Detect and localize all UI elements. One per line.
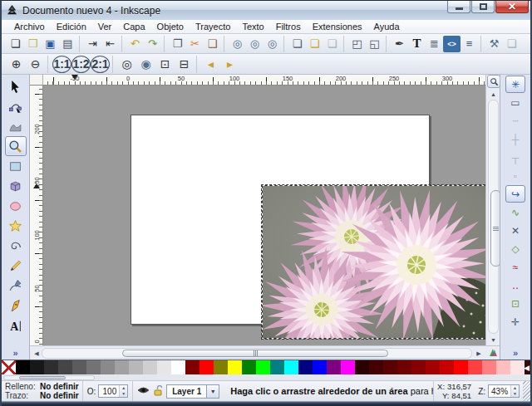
- scroll-down-arrow[interactable]: ▼: [488, 335, 499, 345]
- opacity-up-arrow[interactable]: ▲: [120, 385, 127, 391]
- menu-item[interactable]: Archivo: [8, 21, 51, 32]
- menu-item[interactable]: Ver: [92, 21, 118, 32]
- snap-bbox-centers-button[interactable]: ▫: [505, 167, 525, 184]
- copy-button[interactable]: ❐: [169, 36, 186, 52]
- new-document-button[interactable]: ❏: [7, 36, 24, 52]
- menu-item[interactable]: Trayecto: [190, 21, 236, 32]
- export-button[interactable]: ⇤: [101, 36, 119, 52]
- palette-swatch[interactable]: [397, 360, 411, 374]
- close-button[interactable]: ✕: [495, 1, 529, 13]
- tool-zoom[interactable]: [5, 136, 27, 156]
- cut-button[interactable]: ✂: [186, 36, 204, 52]
- zoom-out-button[interactable]: ⊖: [26, 56, 45, 73]
- scroll-right-arrow[interactable]: ▶: [474, 348, 484, 359]
- zoom-1-1-button[interactable]: 1:1: [52, 56, 71, 73]
- toolbox-overflow-button[interactable]: »: [2, 345, 30, 360]
- paste-button[interactable]: ❑: [204, 36, 221, 52]
- ungroup-button[interactable]: ◱: [366, 36, 383, 52]
- palette-swatch[interactable]: [284, 360, 298, 374]
- layer-dropdown-arrow[interactable]: ▼: [206, 385, 219, 398]
- duplicate-button[interactable]: ❏: [288, 36, 306, 52]
- palette-swatch[interactable]: [44, 360, 58, 374]
- palette-swatch[interactable]: [30, 360, 44, 374]
- print-button[interactable]: ▤: [59, 36, 76, 52]
- snap-midpoints-button[interactable]: ‥: [505, 276, 525, 294]
- palette-no-color[interactable]: [2, 360, 16, 374]
- vertical-ruler[interactable]: 200150100500: [30, 86, 43, 345]
- tool-bezier-pen[interactable]: [5, 276, 27, 296]
- snap-paths-button[interactable]: ∿: [505, 203, 525, 221]
- zoom-value[interactable]: 43%: [489, 387, 510, 396]
- fill-stroke-dialog-button[interactable]: ✒: [391, 36, 408, 52]
- zoom-spinbox[interactable]: 43% ▲▼: [488, 384, 520, 398]
- palette-swatch[interactable]: [454, 360, 468, 374]
- opacity-value[interactable]: 100: [99, 387, 119, 396]
- unlink-clone-button[interactable]: ❏: [323, 36, 341, 52]
- snap-cusp-nodes-button[interactable]: ◇: [505, 240, 525, 257]
- zoom-page-width-button[interactable]: ⊟: [175, 56, 194, 73]
- tool-ellipse[interactable]: [5, 196, 27, 216]
- tool-calligraphy[interactable]: [5, 296, 27, 316]
- menu-item[interactable]: Capa: [117, 21, 150, 32]
- palette-scrollbar[interactable]: [2, 374, 530, 380]
- palette-swatch[interactable]: [171, 360, 185, 374]
- tool-text[interactable]: A: [5, 316, 27, 335]
- group-button[interactable]: ◰: [348, 36, 366, 52]
- tool-star[interactable]: [5, 216, 27, 236]
- menu-item[interactable]: Filtros: [270, 21, 307, 32]
- document-properties-button[interactable]: ❏: [503, 36, 520, 52]
- horizontal-scrollbar[interactable]: ◀ ▶: [30, 345, 485, 360]
- horizontal-ruler[interactable]: -100-50050100150200250300350: [43, 75, 485, 86]
- palette-swatch[interactable]: [157, 360, 171, 374]
- import-button[interactable]: ⇥: [84, 36, 101, 52]
- snap-bbox-edge-midpoints-button[interactable]: ┬: [505, 149, 525, 166]
- sticky-zoom-button[interactable]: [487, 75, 500, 88]
- palette-swatch[interactable]: [468, 360, 482, 374]
- palette-swatch[interactable]: [58, 360, 72, 374]
- title-bar[interactable]: Documento nuevo 4 - Inkscape ✕: [2, 1, 530, 20]
- zoom-up-arrow[interactable]: ▲: [511, 385, 519, 391]
- palette-swatch[interactable]: [115, 360, 129, 374]
- menu-item[interactable]: Objeto: [151, 21, 190, 32]
- tool-3d-box[interactable]: [5, 176, 27, 196]
- menu-item[interactable]: Texto: [236, 21, 269, 32]
- snap-bbox-button[interactable]: ▭: [505, 94, 525, 111]
- snap-bbox-edges-button[interactable]: ┄: [505, 112, 525, 130]
- palette-swatch[interactable]: [298, 360, 313, 374]
- document-page[interactable]: [131, 115, 430, 325]
- zoom-to-selection-button[interactable]: ◎: [229, 36, 246, 52]
- palette-scroll-thumb[interactable]: [19, 376, 66, 379]
- opacity-down-arrow[interactable]: ▼: [120, 391, 127, 397]
- color-management-button[interactable]: [485, 345, 500, 360]
- opacity-spinbox[interactable]: 100 ▲▼: [98, 384, 128, 398]
- scroll-up-arrow[interactable]: ▲: [488, 89, 499, 99]
- snap-nodes-button[interactable]: ↪: [505, 185, 525, 203]
- palette-swatch[interactable]: [129, 360, 143, 374]
- palette-swatch[interactable]: [510, 360, 525, 374]
- palette-swatch[interactable]: [200, 360, 214, 374]
- snap-object-centers-button[interactable]: ⊡: [505, 295, 525, 312]
- vertical-scroll-track[interactable]: [488, 100, 499, 334]
- fill-stroke-indicator[interactable]: Relleno:No definir Trazo:No definir: [2, 381, 83, 401]
- snapbar-overflow-button[interactable]: »: [500, 345, 530, 360]
- zoom-down-arrow[interactable]: ▼: [511, 391, 519, 397]
- palette-scroll-arrow[interactable]: ◀: [524, 364, 530, 372]
- palette-swatch[interactable]: [228, 360, 242, 374]
- tool-tweak[interactable]: [5, 116, 27, 136]
- minimize-button[interactable]: [447, 1, 470, 13]
- zoom-2-1-button[interactable]: 2:1: [91, 56, 110, 73]
- palette-swatch[interactable]: [214, 360, 228, 374]
- clone-button[interactable]: ❏: [306, 36, 323, 52]
- scroll-left-arrow[interactable]: ◀: [32, 348, 42, 359]
- palette-swatch[interactable]: [369, 360, 383, 374]
- horizontal-scroll-track[interactable]: [42, 348, 472, 359]
- palette-swatch[interactable]: [143, 360, 157, 374]
- snap-smooth-nodes-button[interactable]: ≈: [505, 258, 525, 276]
- palette-swatch[interactable]: [256, 360, 270, 374]
- palette-swatch[interactable]: [242, 360, 256, 374]
- open-document-button[interactable]: ❒: [24, 36, 42, 52]
- palette-swatch[interactable]: [16, 360, 30, 374]
- zoom-to-drawing-button[interactable]: ◎: [246, 36, 264, 52]
- zoom-1-2-button[interactable]: 1:2: [71, 56, 91, 73]
- zoom-selection-button[interactable]: ◎: [117, 56, 136, 73]
